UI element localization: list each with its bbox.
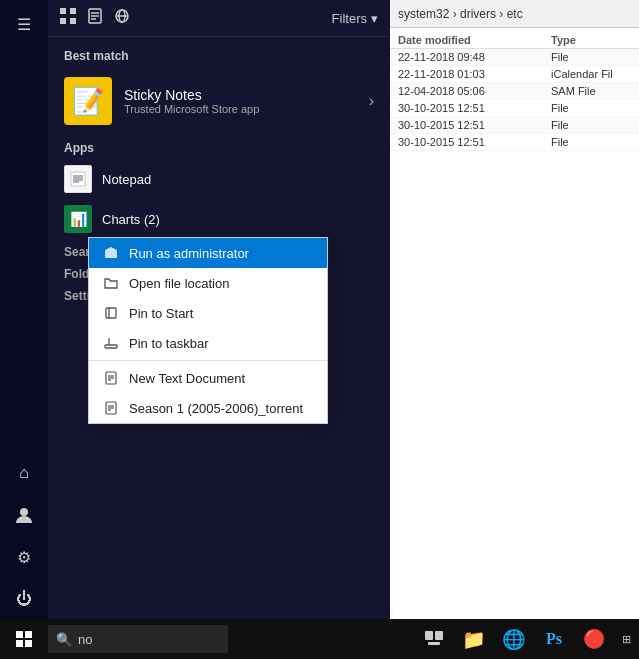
svg-rect-35 bbox=[425, 631, 433, 640]
taskview-button[interactable] bbox=[414, 619, 454, 659]
browser-taskbar-button[interactable]: 🌐 bbox=[494, 619, 534, 659]
type-cell: File bbox=[551, 119, 631, 131]
table-row[interactable]: 30-10-2015 12:51 File bbox=[390, 134, 639, 151]
new-text-doc-label: New Text Document bbox=[129, 371, 245, 386]
table-row[interactable]: 22-11-2018 01:03 iCalendar Fil bbox=[390, 66, 639, 83]
home-icon[interactable]: ⌂ bbox=[4, 453, 44, 493]
context-menu: Run as administrator Open file location … bbox=[88, 237, 328, 424]
svg-rect-12 bbox=[71, 172, 85, 186]
file-explorer-taskbar-icon: 📁 bbox=[462, 628, 486, 651]
pin-to-taskbar-label: Pin to taskbar bbox=[129, 336, 209, 351]
file-explorer-taskbar-button[interactable]: 📁 bbox=[454, 619, 494, 659]
best-match-label: Best match bbox=[48, 37, 390, 69]
apps-section-label: Apps bbox=[48, 133, 390, 159]
grid-view-icon[interactable] bbox=[60, 8, 76, 28]
photoshop-taskbar-button[interactable]: Ps bbox=[534, 619, 574, 659]
notepad-list-item[interactable]: Notepad bbox=[48, 159, 390, 199]
pin-to-start-icon bbox=[103, 305, 119, 321]
taskview-icon bbox=[425, 631, 443, 648]
run-as-admin-label: Run as administrator bbox=[129, 246, 249, 261]
breadcrumb-bar: system32 › drivers › etc bbox=[390, 0, 639, 28]
svg-rect-32 bbox=[25, 631, 32, 638]
taskbar-search-text: no bbox=[78, 632, 92, 647]
date-cell: 30-10-2015 12:51 bbox=[398, 119, 551, 131]
hamburger-menu-icon[interactable]: ☰ bbox=[4, 4, 44, 44]
svg-rect-31 bbox=[16, 631, 23, 638]
type-cell: File bbox=[551, 51, 631, 63]
table-row[interactable]: 30-10-2015 12:51 File bbox=[390, 100, 639, 117]
charts-icon: 📊 bbox=[64, 205, 92, 233]
filters-label: Filters bbox=[332, 11, 367, 26]
file-explorer: system32 › drivers › etc Date modified T… bbox=[390, 0, 639, 619]
notepad-label: Notepad bbox=[102, 172, 151, 187]
chrome-taskbar-button[interactable]: 🔴 bbox=[574, 619, 614, 659]
svg-rect-37 bbox=[428, 642, 440, 645]
filters-chevron-icon: ▾ bbox=[371, 11, 378, 26]
breadcrumb: system32 › drivers › etc bbox=[398, 7, 523, 21]
table-row[interactable]: 22-11-2018 09:48 File bbox=[390, 49, 639, 66]
ctx-pin-to-start[interactable]: Pin to Start bbox=[89, 298, 327, 328]
new-text-doc-icon bbox=[103, 370, 119, 386]
filters-button[interactable]: Filters ▾ bbox=[332, 11, 378, 26]
charts-label: Charts (2) bbox=[102, 212, 160, 227]
app-name: Sticky Notes bbox=[124, 87, 259, 103]
date-cell: 12-04-2018 05:06 bbox=[398, 85, 551, 97]
ctx-new-text-document[interactable]: New Text Document bbox=[89, 363, 327, 393]
date-cell: 30-10-2015 12:51 bbox=[398, 136, 551, 148]
date-cell: 30-10-2015 12:51 bbox=[398, 102, 551, 114]
gear-icon[interactable]: ⚙ bbox=[4, 537, 44, 577]
svg-rect-17 bbox=[105, 250, 117, 258]
svg-rect-19 bbox=[106, 308, 116, 318]
document-icon[interactable] bbox=[88, 8, 102, 28]
date-cell: 22-11-2018 01:03 bbox=[398, 68, 551, 80]
taskbar-search-box[interactable]: 🔍 no bbox=[48, 625, 228, 653]
expand-arrow-icon: › bbox=[369, 92, 374, 110]
type-cell: SAM File bbox=[551, 85, 631, 97]
svg-rect-1 bbox=[60, 8, 66, 14]
svg-rect-3 bbox=[60, 18, 66, 24]
person-icon[interactable] bbox=[4, 495, 44, 535]
globe-icon[interactable] bbox=[114, 8, 130, 28]
sticky-notes-icon: 📝 bbox=[64, 77, 112, 125]
browser-taskbar-icon: 🌐 bbox=[502, 628, 526, 651]
open-file-location-label: Open file location bbox=[129, 276, 229, 291]
ctx-run-as-administrator[interactable]: Run as administrator bbox=[89, 238, 327, 268]
photoshop-taskbar-icon: Ps bbox=[546, 630, 562, 648]
svg-marker-18 bbox=[105, 247, 117, 250]
start-toolbar: Filters ▾ bbox=[48, 0, 390, 37]
notepad-icon bbox=[64, 165, 92, 193]
date-cell: 22-11-2018 09:48 bbox=[398, 51, 551, 63]
charts-list-item[interactable]: 📊 Charts (2) bbox=[48, 199, 390, 239]
type-cell: File bbox=[551, 136, 631, 148]
power-icon[interactable]: ⏻ bbox=[4, 579, 44, 619]
svg-rect-4 bbox=[70, 18, 76, 24]
start-button[interactable] bbox=[0, 619, 48, 659]
svg-rect-21 bbox=[105, 345, 117, 348]
season-torrent-icon bbox=[103, 400, 119, 416]
system-tray: ⊞ bbox=[614, 633, 639, 646]
start-menu-sidebar: ☰ ⌂ ⚙ ⏻ bbox=[0, 0, 48, 619]
pin-to-taskbar-icon bbox=[103, 335, 119, 351]
chrome-taskbar-icon: 🔴 bbox=[583, 628, 605, 650]
type-cell: File bbox=[551, 102, 631, 114]
run-as-admin-icon bbox=[103, 245, 119, 261]
season-torrent-label: Season 1 (2005-2006)_torrent bbox=[129, 401, 303, 416]
clock: ⊞ bbox=[622, 633, 631, 646]
table-row[interactable]: 12-04-2018 05:06 SAM File bbox=[390, 83, 639, 100]
pin-to-start-label: Pin to Start bbox=[129, 306, 193, 321]
table-row[interactable]: 30-10-2015 12:51 File bbox=[390, 117, 639, 134]
type-cell: iCalendar Fil bbox=[551, 68, 631, 80]
svg-rect-34 bbox=[25, 640, 32, 647]
files-area: 22-11-2018 09:48 File 22-11-2018 01:03 i… bbox=[390, 49, 639, 151]
best-match-item[interactable]: 📝 Sticky Notes Trusted Microsoft Store a… bbox=[48, 69, 390, 133]
ctx-season-torrent[interactable]: Season 1 (2005-2006)_torrent bbox=[89, 393, 327, 423]
best-match-info: Sticky Notes Trusted Microsoft Store app bbox=[124, 87, 259, 115]
context-menu-separator bbox=[89, 360, 327, 361]
ctx-open-file-location[interactable]: Open file location bbox=[89, 268, 327, 298]
ctx-pin-to-taskbar[interactable]: Pin to taskbar bbox=[89, 328, 327, 358]
svg-rect-2 bbox=[70, 8, 76, 14]
svg-point-0 bbox=[20, 508, 28, 516]
svg-rect-33 bbox=[16, 640, 23, 647]
open-file-location-icon bbox=[103, 275, 119, 291]
date-modified-header: Date modified bbox=[398, 34, 551, 46]
